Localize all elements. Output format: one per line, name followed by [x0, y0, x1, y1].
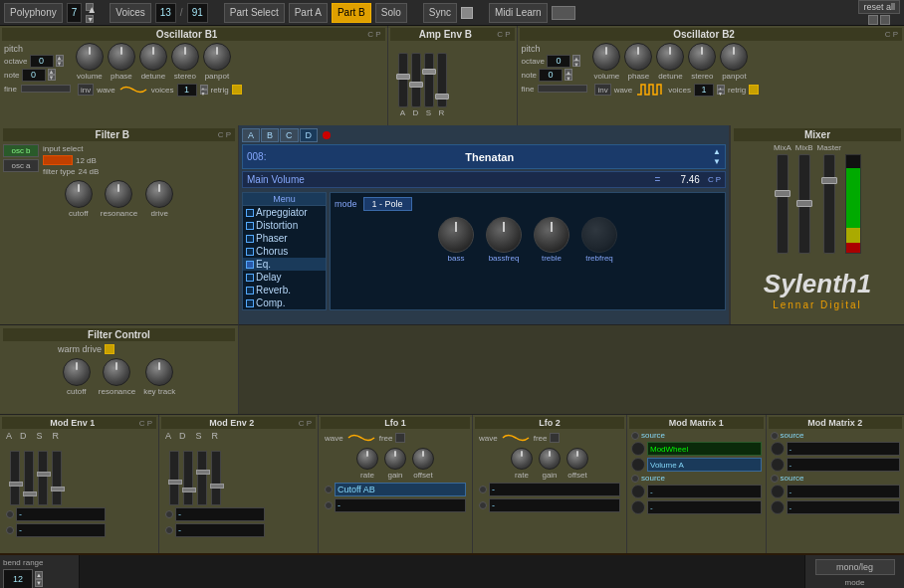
osc-b2-volume-knob[interactable]: [592, 43, 620, 71]
part-b-btn[interactable]: Part B: [332, 3, 371, 23]
eq-checkbox[interactable]: [246, 261, 254, 269]
mod-env1-d-track[interactable]: [24, 451, 34, 505]
lfo1-rate-knob[interactable]: [356, 448, 378, 470]
lfo2-offset-knob[interactable]: [566, 448, 588, 470]
lfo1-dest2[interactable]: -: [335, 498, 466, 512]
osc-b2-inv-btn[interactable]: inv: [594, 84, 610, 96]
osc-b2-phase-knob[interactable]: [624, 43, 652, 71]
mm2-dest2-display[interactable]: -: [787, 500, 901, 514]
voices-btn[interactable]: Voices: [110, 3, 150, 23]
mod-env1-s-track[interactable]: [38, 451, 48, 505]
mod-env2-r-track[interactable]: [211, 451, 221, 505]
menu-chorus[interactable]: Chorus: [243, 245, 326, 258]
part-select-btn[interactable]: Part Select: [224, 3, 285, 23]
filter-b-drive-knob[interactable]: [145, 180, 173, 208]
lfo2-dest1[interactable]: -: [489, 483, 620, 496]
mod-env1-a-track[interactable]: [10, 451, 20, 505]
osc-b1-detune-knob[interactable]: [139, 43, 167, 71]
filter-ctrl-cutoff-knob[interactable]: [63, 358, 91, 386]
reverb-checkbox[interactable]: [246, 287, 254, 294]
sync-btn[interactable]: Sync: [423, 3, 457, 23]
osc-b2-stereo-knob[interactable]: [688, 43, 716, 71]
osc-b1-inv-btn[interactable]: inv: [78, 84, 94, 96]
mixer-master-thumb[interactable]: [821, 177, 837, 184]
mixer-mixb-track[interactable]: [798, 154, 810, 254]
mm1-knob2[interactable]: [631, 458, 645, 472]
menu-btn[interactable]: Menu: [243, 193, 326, 206]
amp-env-d-track[interactable]: [411, 53, 421, 107]
mod-env2-a-track[interactable]: [169, 451, 179, 505]
osc-b2-panpot-knob[interactable]: [720, 43, 748, 71]
mm1-source2-display[interactable]: -: [647, 485, 762, 498]
mm2-knob2[interactable]: [771, 458, 785, 472]
eq-bassfreq-knob[interactable]: [486, 217, 522, 253]
mono-leg-btn[interactable]: mono/leg: [815, 559, 895, 575]
mixer-mixb-thumb[interactable]: [796, 200, 812, 207]
osc-b2-oct-dn[interactable]: ▼: [572, 61, 580, 67]
mm2-knob3[interactable]: [771, 485, 785, 498]
patch-tab-a[interactable]: A: [242, 128, 260, 142]
osc-b1-phase-knob[interactable]: [108, 43, 135, 71]
osc-b2-fine-slider[interactable]: [538, 85, 587, 93]
lfo2-dest2[interactable]: -: [489, 498, 620, 512]
filter-b-oscb-btn[interactable]: osc b: [3, 144, 39, 157]
mixer-mixa-thumb[interactable]: [775, 190, 791, 197]
mod-env2-dropdown1[interactable]: -: [175, 507, 265, 521]
patch-tab-d[interactable]: D: [300, 128, 319, 142]
eq-bass-knob[interactable]: [438, 217, 474, 253]
mod-env1-r-track[interactable]: [52, 451, 62, 505]
filter-b-resonance-knob[interactable]: [105, 180, 132, 208]
chorus-checkbox[interactable]: [246, 248, 254, 256]
mixer-mixa-track[interactable]: [777, 154, 789, 254]
osc-b1-panpot-knob[interactable]: [203, 43, 231, 71]
bend-value-display[interactable]: 12: [3, 569, 33, 588]
osc-b2-detune-knob[interactable]: [656, 43, 684, 71]
dist-checkbox[interactable]: [246, 222, 254, 230]
lfo2-rate-knob[interactable]: [511, 448, 533, 470]
polyphony-down[interactable]: ▼: [86, 15, 94, 23]
amp-env-a-track[interactable]: [398, 53, 408, 107]
mod-env2-a-thumb[interactable]: [168, 480, 182, 485]
osc-b1-retrig-led[interactable]: [232, 85, 242, 95]
mod-env2-s-track[interactable]: [197, 451, 207, 505]
osc-b1-note-dn[interactable]: ▼: [48, 75, 56, 81]
amp-env-s-thumb[interactable]: [422, 69, 436, 75]
menu-delay[interactable]: Delay: [243, 271, 326, 284]
mixer-master-track[interactable]: [823, 154, 835, 254]
lfo2-gain-knob[interactable]: [539, 448, 561, 470]
mm2-knob1[interactable]: [771, 442, 785, 456]
polyphony-btn[interactable]: Polyphony: [4, 3, 63, 23]
mod-env2-s-thumb[interactable]: [196, 470, 210, 475]
osc-b2-voices-val[interactable]: 1: [694, 84, 714, 97]
mm2-dest1-display[interactable]: -: [787, 458, 901, 472]
osc-b2-octave-val[interactable]: 0: [547, 55, 570, 68]
mm2-knob4[interactable]: [771, 500, 785, 514]
osc-b2-retrig-led[interactable]: [749, 85, 759, 95]
amp-env-r-thumb[interactable]: [435, 94, 449, 99]
mm1-dest1-display[interactable]: Volume A: [647, 458, 762, 472]
osc-b2-voices-dn[interactable]: ▼: [717, 90, 725, 95]
patch-tab-b[interactable]: B: [261, 128, 279, 142]
lfo1-offset-knob[interactable]: [412, 448, 434, 470]
amp-env-a-thumb[interactable]: [396, 74, 410, 80]
osc-b1-octave-val[interactable]: 0: [30, 55, 54, 68]
filter-b-osca-btn[interactable]: osc a: [3, 159, 39, 172]
mm1-source1-display[interactable]: ModWheel: [647, 442, 762, 456]
amp-env-r-track[interactable]: [437, 53, 447, 107]
piano-keys[interactable]: // Will be generated by inline script be…: [80, 555, 804, 588]
filter-ctrl-keytrack-knob[interactable]: [145, 358, 173, 386]
reset-all-btn[interactable]: reset all: [858, 0, 900, 14]
osc-b2-note-dn[interactable]: ▼: [565, 75, 572, 81]
patch-dn-arrow[interactable]: ▼: [713, 157, 721, 166]
mod-env2-d-thumb[interactable]: [182, 488, 196, 492]
mm1-knob4[interactable]: [631, 500, 645, 514]
part-a-btn[interactable]: Part A: [289, 3, 328, 23]
menu-distortion[interactable]: Distortion: [243, 219, 326, 232]
polyphony-up[interactable]: ▲: [86, 3, 94, 11]
arp-checkbox[interactable]: [246, 209, 254, 217]
menu-arpeggiator[interactable]: Arpeggiator: [243, 206, 326, 219]
midi-learn-btn[interactable]: Midi Learn: [489, 3, 548, 23]
mm2-source1-display[interactable]: -: [787, 442, 901, 456]
osc-b1-volume-knob[interactable]: [76, 43, 104, 71]
osc-b1-note-val[interactable]: 0: [22, 69, 46, 82]
